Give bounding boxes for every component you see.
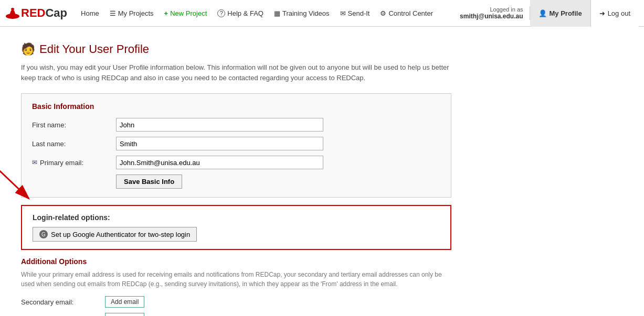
my-profile-button[interactable]: 👤 My Profile — [530, 0, 591, 27]
logo-cap: Cap — [45, 6, 67, 20]
svg-point-1 — [11, 8, 14, 10]
video-icon: ▦ — [274, 9, 280, 17]
help-icon: ? — [217, 9, 225, 17]
last-name-row: Last name: — [32, 137, 440, 150]
logged-in-label: Logged in as — [460, 6, 523, 13]
additional-options-section: Additional Options While your primary em… — [21, 257, 451, 316]
nav-new-project[interactable]: + New Project — [160, 7, 212, 19]
save-btn-row: Save Basic Info — [116, 175, 440, 189]
add-tertiary-email-button[interactable]: Add email — [105, 313, 144, 316]
last-name-label: Last name: — [32, 140, 116, 148]
login-options-title: Login-related options: — [33, 213, 440, 222]
main-content: 🧑 Edit Your User Profile If you wish, yo… — [0, 27, 514, 316]
page-description: If you wish, you may edit your User Prof… — [21, 62, 451, 83]
logo: REDCap — [5, 6, 67, 20]
nav-send-it[interactable]: ✉ Send-It — [336, 7, 374, 19]
login-options-section: Login-related options: G Set up Google A… — [21, 205, 451, 250]
google-icon: G — [39, 230, 48, 238]
navbar: REDCap Home ☰ My Projects + New Project … — [0, 0, 644, 27]
user-icon: 👤 — [539, 9, 547, 17]
additional-options-description: While your primary email address is used… — [21, 270, 451, 289]
gear-icon: ⚙ — [380, 9, 386, 17]
basic-info-section: Basic Information First name: Last name:… — [21, 93, 451, 198]
nav-training-videos[interactable]: ▦ Training Videos — [270, 7, 334, 19]
basic-info-title: Basic Information — [32, 102, 440, 111]
nav-links: Home ☰ My Projects + New Project ? Help … — [77, 7, 453, 19]
tertiary-email-row: Tertiary email: Add email — [21, 313, 451, 316]
profile-icon: 🧑 — [21, 42, 35, 56]
save-basic-info-button[interactable]: Save Basic Info — [116, 175, 182, 189]
secondary-email-row: Secondary email: Add email — [21, 296, 451, 308]
additional-options-title: Additional Options — [21, 257, 451, 266]
secondary-email-label: Secondary email: — [21, 298, 105, 306]
username-display: smithj@unisa.edu.au — [460, 13, 523, 20]
google-auth-button[interactable]: G Set up Google Authenticator for two-st… — [33, 227, 197, 242]
projects-icon: ☰ — [110, 9, 116, 17]
mail-icon: ✉ — [340, 9, 346, 17]
login-options-container: Login-related options: G Set up Google A… — [21, 205, 451, 250]
nav-help-faq[interactable]: ? Help & FAQ — [213, 7, 268, 19]
last-name-input[interactable] — [116, 137, 323, 150]
first-name-input[interactable] — [116, 118, 323, 132]
primary-email-row: ✉ Primary email: — [32, 156, 440, 169]
logout-button[interactable]: ➜ Log out — [591, 0, 639, 27]
primary-email-label: ✉ Primary email: — [32, 159, 116, 167]
nav-my-projects[interactable]: ☰ My Projects — [105, 7, 158, 19]
logout-icon: ➜ — [599, 9, 605, 17]
first-name-row: First name: — [32, 118, 440, 132]
page-title: 🧑 Edit Your User Profile — [21, 42, 493, 56]
email-icon: ✉ — [32, 159, 37, 166]
primary-email-input[interactable] — [116, 156, 323, 169]
navbar-right: Logged in as smithj@unisa.edu.au 👤 My Pr… — [453, 0, 639, 27]
logo-icon — [5, 6, 20, 20]
logged-in-box: Logged in as smithj@unisa.edu.au — [453, 6, 530, 20]
logo-red: RED — [21, 6, 45, 20]
plus-icon: + — [164, 9, 168, 17]
first-name-label: First name: — [32, 121, 116, 129]
add-secondary-email-button[interactable]: Add email — [105, 296, 144, 308]
nav-control-center[interactable]: ⚙ Control Center — [376, 7, 437, 19]
nav-home[interactable]: Home — [77, 7, 103, 19]
